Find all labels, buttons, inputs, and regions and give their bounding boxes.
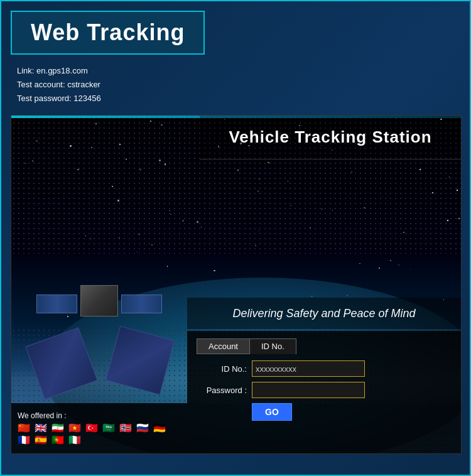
flag-uk[interactable]: 🇬🇧 [35, 423, 50, 433]
password-info: Test password: 123456 [17, 92, 463, 105]
flag-spain[interactable]: 🇪🇸 [35, 435, 50, 445]
flags-area: We offered in : 🇨🇳🇬🇧🇮🇷🇻🇳🇹🇷🇸🇦🇳🇴🇷🇺🇩🇪🇫🇷🇪🇸🇵🇹… [11, 403, 187, 453]
flag-france[interactable]: 🇫🇷 [18, 435, 33, 445]
flag-portugal[interactable]: 🇵🇹 [51, 435, 67, 445]
satellite-visualization [30, 235, 168, 398]
flag-italy[interactable]: 🇮🇹 [68, 435, 84, 445]
flag-russia[interactable]: 🇷🇺 [136, 423, 151, 433]
flag-turkey[interactable]: 🇹🇷 [85, 423, 100, 433]
id-no-input[interactable] [252, 360, 365, 377]
solar-panel-left [36, 295, 77, 313]
panel-subtitle-area: Delivering Safety and Peace of Mind [187, 298, 461, 329]
star [379, 268, 380, 269]
id-no-label: ID No.: [197, 364, 247, 374]
panel-title-area: Vehicle Tracking Station [200, 116, 461, 160]
link-info: Link: en.gps18.com [17, 64, 463, 78]
star [410, 269, 411, 270]
star [398, 264, 399, 266]
info-text-block: Link: en.gps18.com Test account: cstrack… [17, 64, 463, 105]
password-row: Password : [197, 382, 452, 398]
tracking-panel: Vehicle Tracking Station Delivering Safe… [11, 115, 462, 454]
account-info: Test account: cstracker [17, 78, 463, 92]
satellite-body [80, 285, 118, 316]
login-form-area: Account ID No. ID No.: Password : GO [187, 331, 461, 453]
tab-account[interactable]: Account [197, 338, 249, 354]
flag-germany[interactable]: 🇩🇪 [153, 423, 168, 433]
flag-vietnam[interactable]: 🇻🇳 [68, 423, 84, 433]
submit-row: GO [197, 403, 452, 421]
offered-label: We offered in : [18, 411, 181, 420]
login-tabs: Account ID No. [197, 338, 452, 354]
title-box: Web Tracking [11, 11, 205, 55]
star [214, 270, 215, 271]
id-no-row: ID No.: [197, 360, 452, 377]
tab-idno[interactable]: ID No. [249, 338, 296, 354]
flags-row: 🇨🇳🇬🇧🇮🇷🇻🇳🇹🇷🇸🇦🇳🇴🇷🇺🇩🇪🇫🇷🇪🇸🇵🇹🇮🇹 [18, 423, 181, 445]
solar-panel-bottom-left [25, 328, 97, 400]
flag-norway[interactable]: 🇳🇴 [119, 423, 134, 433]
flag-iran[interactable]: 🇮🇷 [51, 423, 67, 433]
panel-subtitle: Delivering Safety and Peace of Mind [232, 307, 415, 320]
go-button[interactable]: GO [252, 403, 292, 421]
flag-saudi-arabia[interactable]: 🇸🇦 [102, 423, 117, 433]
solar-panel-right [121, 295, 162, 313]
solar-panel-bottom-right [106, 326, 175, 395]
star [390, 260, 391, 261]
page-title: Web Tracking [31, 19, 185, 46]
flag-china[interactable]: 🇨🇳 [18, 423, 33, 433]
page-container: Web Tracking Link: en.gps18.com Test acc… [1, 1, 471, 476]
password-label: Password : [197, 386, 247, 395]
password-input[interactable] [252, 382, 365, 398]
panel-title: Vehicle Tracking Station [229, 127, 431, 147]
star [359, 263, 360, 264]
